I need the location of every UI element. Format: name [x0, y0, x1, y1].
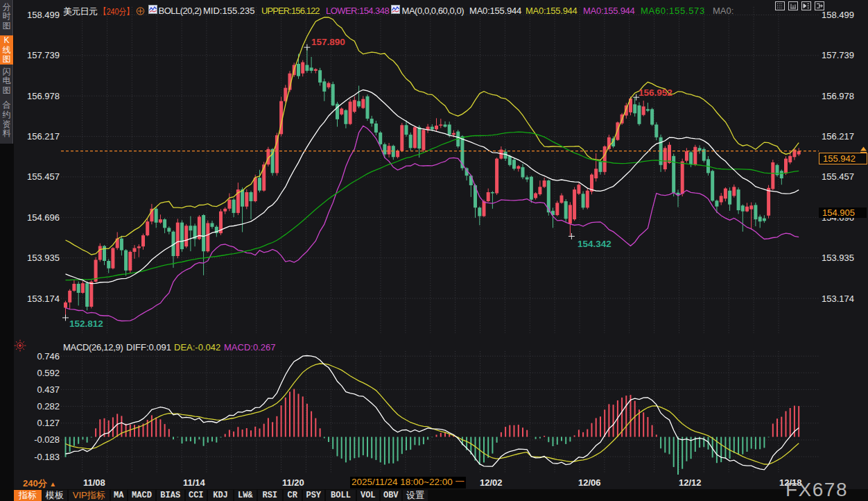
svg-text:152.812: 152.812	[69, 319, 103, 329]
svg-text:154.342: 154.342	[578, 239, 611, 249]
svg-text:156.952: 156.952	[639, 87, 672, 98]
svg-text:157.890: 157.890	[311, 37, 345, 47]
